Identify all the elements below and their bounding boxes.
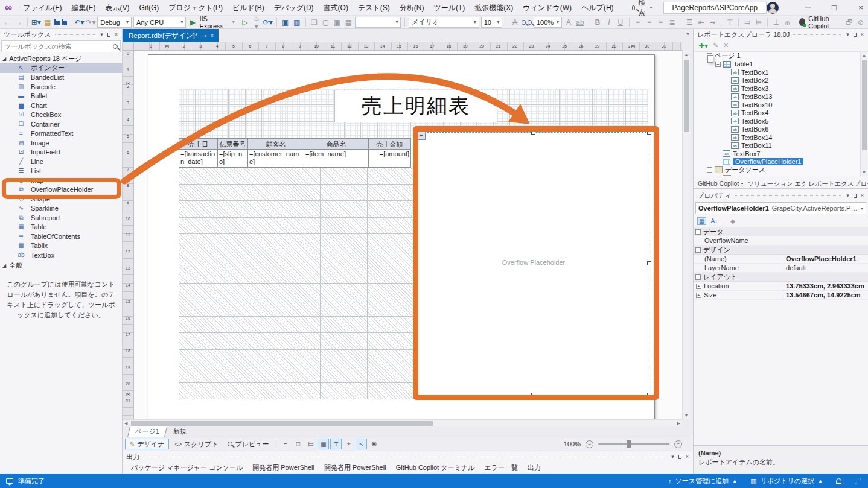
report-page[interactable]: 売上明細表 売上日 伝票番号 顧客名 商品名 売上金額 =[transactio… [148,54,655,419]
vertical-scrollbar[interactable]: ▲ ▼ [682,51,690,419]
chevron-down-icon[interactable]: ▾ [844,31,851,37]
align-center-icon[interactable]: ≡ [645,18,654,27]
collapse-icon[interactable]: − [695,229,701,235]
pin-icon[interactable] [854,33,857,37]
edit-icon[interactable]: ✎ [713,42,718,49]
toolbox-item[interactable]: ▆ Chart [0,101,122,110]
table-header-row[interactable]: 売上日 伝票番号 顧客名 商品名 売上金額 [179,138,412,150]
preview-mode-button[interactable]: プレビュー [223,439,273,449]
bullet-list-icon[interactable]: ☰ [685,18,694,27]
output-tab[interactable]: エラー一覧 [479,462,523,474]
resize-grip[interactable]: ⋰ [855,477,862,485]
pin-icon[interactable] [854,194,857,198]
tree-node-page[interactable]: − ページ 1 [694,52,868,60]
tree-node-textbox[interactable]: ab TextBox4 [694,109,868,118]
tree-node-overflowplaceholder[interactable]: OverflowPlaceHolder1 [694,158,868,166]
table-detail-cell[interactable]: =[slip_no] [217,149,248,168]
dock-window-icon[interactable]: ▤ [343,18,353,27]
tree-node-textbox[interactable]: ab TextBox13 [694,93,868,101]
tree-node-datasource-group[interactable]: − データソース [694,166,868,174]
table-detail-cell[interactable]: =[amount] [368,149,411,168]
size-to-grid-icon[interactable]: ⊥ [771,18,781,27]
toolbox-search-input[interactable] [4,43,113,50]
expand-icon[interactable]: + [696,293,701,298]
toolbox-item[interactable]: ab TextBox [0,250,122,260]
categorized-view-icon[interactable]: ▦ [697,217,706,225]
solution-windows-icon[interactable]: ▥ [292,18,302,27]
horizontal-ruler[interactable]: 0123456789101112131415161718192021222324… [134,42,682,51]
toolbox-search[interactable] [1,40,121,52]
delete-icon[interactable]: ✕ [723,42,729,49]
collapse-icon[interactable]: − [695,274,701,280]
collapse-icon[interactable]: − [707,167,712,173]
menu-item[interactable]: 編集(E) [67,0,101,16]
move-handle[interactable]: + [416,131,426,140]
toolbox-item[interactable]: ◇ Shape [0,194,122,204]
hot-reload-icon[interactable]: ♨▾ [252,14,261,31]
save-all-icon[interactable] [62,19,67,25]
snap-to-grid-icon[interactable]: ⌖ [343,439,354,449]
resize-handle-right[interactable] [647,261,651,265]
toolbox-item[interactable]: ☰ List [0,166,122,176]
pin-icon[interactable]: ⊸ [202,33,206,39]
toolbox-item[interactable]: ▤ BandedList [0,73,122,83]
collapse-icon[interactable]: − [715,62,721,67]
close-button[interactable]: × [847,0,868,16]
close-icon[interactable]: × [211,33,214,39]
tree-node-table[interactable]: − Table1 [694,60,868,69]
style-select[interactable]: ▾ [355,17,401,28]
scrollbar-thumb[interactable] [131,421,433,426]
tree-node-textbox[interactable]: ab TextBox10 [694,101,868,109]
highlight-icon[interactable]: ab [575,18,585,27]
output-tab[interactable]: 開発者用 PowerShell [319,462,391,474]
toolbox-item[interactable]: ▥ Barcode [0,82,122,92]
alphabetical-sort-icon[interactable]: A↓ [710,218,718,224]
collapse-icon[interactable]: − [715,176,721,176]
close-icon[interactable]: × [684,454,691,460]
script-mode-button[interactable]: <> スクリプト [170,439,222,449]
menu-item[interactable]: Git(G) [135,0,164,16]
table-overflow-hatch-area[interactable] [179,168,416,399]
italic-icon[interactable]: I [604,18,614,27]
scrollbar-thumb[interactable] [862,60,867,150]
indent-increase-icon[interactable]: ⇥ [707,18,717,27]
tree-node-datasource1[interactable]: − DataSource1 [694,174,868,177]
toolbox-group-activereports[interactable]: ◢ ActiveReports 18 ページ [0,54,122,63]
pan-tool-icon[interactable]: ◉ [368,439,380,449]
github-copilot-button[interactable]: GitHub Copilot [799,15,843,30]
refresh-icon[interactable]: ⟳▾ [263,18,273,27]
project-name[interactable]: PageReportsASPCoreApp [663,2,767,14]
navigate-forward-icon[interactable]: → [14,18,24,27]
property-row-name[interactable]: (Name) OverflowPlaceHolder1 [694,255,868,264]
close-icon[interactable]: × [859,192,866,198]
snap-lines-icon[interactable]: ⌐ [279,439,291,449]
zoom-out-icon[interactable] [522,20,526,25]
font-family-select[interactable]: メイリオ▾ [409,17,479,28]
save-icon[interactable] [54,19,60,25]
toolbox-item[interactable]: ╱ Line [0,157,122,166]
align-justify-icon[interactable]: ≣ [668,18,677,27]
zoom-out-button[interactable]: − [586,440,593,448]
margin-marker[interactable]: ⋈ [630,43,636,49]
hide-grid-icon[interactable]: □ [292,439,304,449]
scrollbar-thumb[interactable] [684,60,689,132]
dot-grid-icon[interactable]: ▤ [305,439,316,449]
output-tab[interactable]: GitHub Copilot ターミナル [391,462,480,474]
clear-format-icon[interactable]: A [510,18,520,27]
table-detail-row[interactable]: =[transaction_date] =[slip_no] =[custome… [179,150,412,168]
align-horizontal-icon[interactable]: ⫤ [742,18,752,27]
tree-node-textbox[interactable]: ab TextBox2 [694,77,868,85]
pin-icon[interactable] [678,455,681,459]
tree-node-textbox[interactable]: ab TextBox6 [694,125,868,134]
toolbox-item[interactable]: ▦ Tablix [0,241,122,251]
designer-mode-button[interactable]: ✎ デザイナ [125,439,169,449]
show-rulers-icon[interactable]: ⊤ [330,439,342,449]
table-header-cell[interactable]: 商品名 [304,138,369,150]
zoom-in-button[interactable]: + [674,440,682,448]
new-project-icon[interactable]: ⊞▾ [31,18,41,27]
align-right-icon[interactable]: ≡ [656,18,666,27]
add-item-icon[interactable]: ✚▾ [698,42,708,50]
margin-marker[interactable]: ⋈ [126,391,131,397]
table-header-cell[interactable]: 売上日 [179,138,218,150]
resize-handle-bottom[interactable] [531,393,535,397]
